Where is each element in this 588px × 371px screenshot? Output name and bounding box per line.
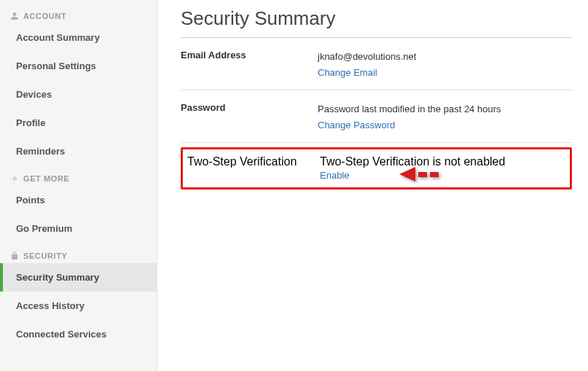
enable-twostep-link[interactable]: Enable <box>320 170 349 181</box>
sidebar-item-access-history[interactable]: Access History <box>0 292 157 320</box>
sidebar-item-label: Devices <box>16 89 52 100</box>
change-password-link[interactable]: Change Password <box>318 118 395 133</box>
change-email-link[interactable]: Change Email <box>318 66 377 80</box>
sidebar-section-getmore-header: GET MORE <box>0 170 157 186</box>
sidebar-item-connected-services[interactable]: Connected Services <box>0 320 157 348</box>
password-value: Password last modified in the past 24 ho… <box>318 102 572 117</box>
sidebar-section-security-title: SECURITY <box>23 251 67 260</box>
sidebar-item-label: Access History <box>16 300 85 311</box>
password-label: Password <box>181 102 318 132</box>
sidebar-item-reminders[interactable]: Reminders <box>0 137 157 165</box>
email-value-col: jknafo@devolutions.net Change Email <box>318 50 572 79</box>
sidebar-item-label: Connected Services <box>16 329 106 340</box>
sidebar-section-getmore-title: GET MORE <box>23 174 69 183</box>
row-two-step-verification: Two-Step Verification Two-Step Verificat… <box>181 147 572 190</box>
twostep-value-col: Two-Step Verification is not enabled Ena… <box>320 155 505 181</box>
main-content: Security Summary Email Address jknafo@de… <box>157 0 588 371</box>
lock-icon <box>10 251 19 260</box>
sidebar-item-label: Security Summary <box>16 272 99 283</box>
email-value: jknafo@devolutions.net <box>318 50 572 64</box>
sidebar-section-security-header: SECURITY <box>0 247 157 263</box>
email-label: Email Address <box>181 50 318 79</box>
row-password: Password Password last modified in the p… <box>181 90 572 143</box>
plus-icon <box>10 174 19 183</box>
password-value-col: Password last modified in the past 24 ho… <box>318 102 572 132</box>
sidebar: ACCOUNT Account Summary Personal Setting… <box>0 0 157 371</box>
sidebar-item-label: Go Premium <box>16 223 72 234</box>
sidebar-item-personal-settings[interactable]: Personal Settings <box>0 52 157 80</box>
sidebar-item-label: Personal Settings <box>16 60 96 71</box>
sidebar-section-account-title: ACCOUNT <box>23 12 66 20</box>
page-title: Security Summary <box>181 7 572 38</box>
sidebar-item-label: Reminders <box>16 146 65 157</box>
sidebar-item-devices[interactable]: Devices <box>0 80 157 109</box>
sidebar-item-profile[interactable]: Profile <box>0 109 157 137</box>
sidebar-item-label: Account Summary <box>16 32 100 43</box>
twostep-value: Two-Step Verification is not enabled <box>320 155 505 168</box>
sidebar-item-security-summary[interactable]: Security Summary <box>0 263 157 292</box>
sidebar-section-account-header: ACCOUNT <box>0 7 157 23</box>
sidebar-item-account-summary[interactable]: Account Summary <box>0 23 157 52</box>
sidebar-item-label: Profile <box>16 117 45 128</box>
sidebar-item-label: Points <box>16 195 45 206</box>
twostep-label: Two-Step Verification <box>187 155 320 181</box>
user-icon <box>10 12 19 20</box>
row-email: Email Address jknafo@devolutions.net Cha… <box>181 38 572 90</box>
sidebar-item-go-premium[interactable]: Go Premium <box>0 214 157 243</box>
sidebar-item-points[interactable]: Points <box>0 186 157 214</box>
